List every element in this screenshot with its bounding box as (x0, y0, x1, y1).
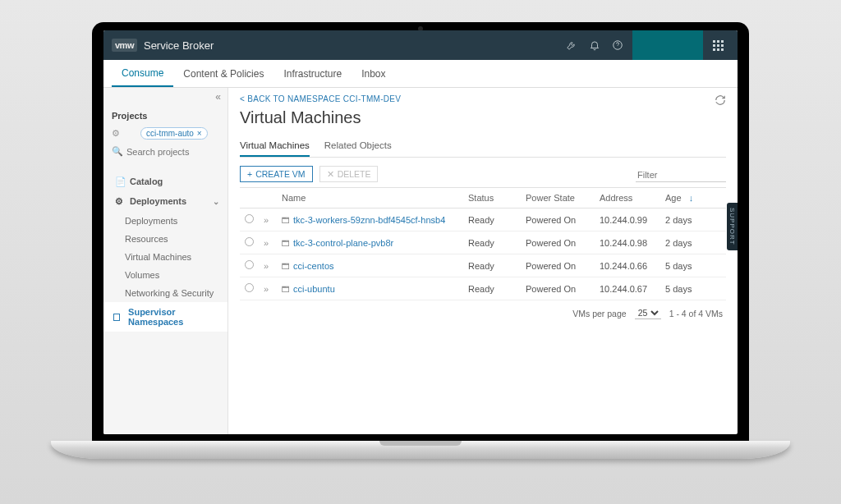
catalog-label: Catalog (130, 176, 163, 186)
cell-status: Ready (463, 208, 521, 231)
row-select-radio[interactable] (245, 237, 254, 246)
pager: VMs per page 25 1 - 4 of 4 VMs (240, 300, 726, 326)
tab-virtual-machines[interactable]: Virtual Machines (240, 135, 310, 157)
page-title: Virtual Machines (240, 108, 726, 127)
nav-consume[interactable]: Consume (112, 60, 173, 87)
brand-logo: vmw (112, 39, 137, 52)
vm-name-link[interactable]: cci-centos (293, 261, 334, 271)
sidebar-sub-volumes[interactable]: Volumes (103, 266, 227, 284)
col-power[interactable]: Power State (521, 188, 595, 208)
sidebar-item-supervisor-namespaces[interactable]: Supervisor Namespaces (103, 302, 227, 332)
cell-address: 10.244.0.99 (595, 208, 660, 231)
cell-status: Ready (463, 254, 521, 277)
deployments-label: Deployments (130, 196, 186, 206)
cell-age: 5 days (660, 277, 726, 300)
col-status[interactable]: Status (463, 188, 521, 208)
catalog-icon: 📄 (115, 176, 125, 186)
supervisor-label: Supervisor Namespaces (128, 307, 219, 327)
bell-icon[interactable] (583, 34, 606, 57)
app-header: vmw Service Broker (103, 30, 738, 60)
expand-icon[interactable]: » (264, 261, 267, 271)
table-row: »🗔cci-ubuntuReadyPowered On10.244.0.675 … (240, 277, 726, 300)
search-projects[interactable]: 🔍 (103, 144, 227, 163)
sidebar-collapse-icon[interactable]: « (103, 88, 227, 106)
chevron-down-icon: ⌄ (213, 197, 219, 206)
row-select-radio[interactable] (245, 214, 254, 223)
back-link[interactable]: < BACK TO NAMESPACE CCI-TMM-DEV (240, 94, 726, 103)
nav-infrastructure[interactable]: Infrastructure (273, 60, 352, 87)
per-page-label: VMs per page (572, 309, 626, 318)
col-age[interactable]: Age ↓ (660, 188, 726, 208)
cell-address: 10.244.0.66 (595, 254, 660, 277)
col-address[interactable]: Address (595, 188, 660, 208)
sidebar-sub-virtual-machines[interactable]: Virtual Machines (103, 248, 227, 266)
delete-button: ✕ DELETE (319, 166, 379, 182)
cell-power: Powered On (521, 254, 595, 277)
sidebar-sub-resources[interactable]: Resources (103, 230, 227, 248)
support-tab[interactable]: SUPPORT (727, 203, 738, 250)
row-select-radio[interactable] (245, 260, 254, 269)
delete-label: DELETE (338, 169, 371, 179)
main-content: < BACK TO NAMESPACE CCI-TMM-DEV Virtual … (228, 88, 738, 434)
vm-icon: 🗔 (282, 262, 290, 271)
col-age-label: Age (665, 193, 682, 203)
cell-status: Ready (463, 277, 521, 300)
col-name[interactable]: Name (277, 188, 463, 208)
top-nav: Consume Content & Policies Infrastructur… (103, 60, 738, 88)
vm-table: Name Status Power State Address Age ↓ »🗔… (240, 187, 726, 300)
vm-name-link[interactable]: tkc-3-control-plane-pvb8r (293, 238, 393, 248)
plus-icon: + (247, 169, 252, 179)
project-pill-remove-icon[interactable]: × (197, 129, 202, 138)
vm-name-link[interactable]: cci-ubuntu (293, 284, 335, 294)
table-row: »🗔cci-centosReadyPowered On10.244.0.665 … (240, 254, 726, 277)
cell-age: 5 days (660, 254, 726, 277)
table-row: »🗔tkc-3-workers-59znn-bdf4545cf-hnsb4Rea… (240, 208, 726, 231)
expand-icon[interactable]: » (264, 284, 267, 294)
projects-heading: Projects (103, 106, 227, 124)
x-icon: ✕ (327, 169, 334, 179)
content-tabs: Virtual Machines Related Objects (240, 135, 726, 158)
create-vm-label: CREATE VM (255, 169, 305, 179)
vm-icon: 🗔 (282, 216, 290, 225)
filter-input[interactable] (636, 168, 726, 182)
cell-age: 2 days (660, 231, 726, 254)
wrench-icon[interactable] (560, 34, 583, 57)
nav-inbox[interactable]: Inbox (352, 60, 395, 87)
row-select-radio[interactable] (245, 283, 254, 292)
vm-icon: 🗔 (282, 239, 290, 248)
apps-grid-icon[interactable] (706, 34, 729, 57)
cell-address: 10.244.0.98 (595, 231, 660, 254)
help-icon[interactable] (606, 34, 629, 57)
project-icon: ⚙ (112, 128, 120, 138)
project-pill-label: cci-tmm-auto (146, 129, 194, 138)
namespace-icon (113, 314, 120, 321)
sidebar-item-deployments[interactable]: ⚙ Deployments ⌄ (103, 191, 227, 211)
sidebar-sub-networking[interactable]: Networking & Security (103, 284, 227, 302)
sidebar: « Projects ⚙ cci-tmm-auto × 🔍 (103, 88, 228, 434)
tab-related-objects[interactable]: Related Objects (324, 135, 392, 157)
cell-status: Ready (463, 231, 521, 254)
user-account-area[interactable] (632, 30, 703, 60)
cell-power: Powered On (521, 277, 595, 300)
per-page-select[interactable]: 25 (635, 307, 661, 319)
brand-title: Service Broker (144, 39, 214, 52)
expand-icon[interactable]: » (264, 215, 267, 225)
create-vm-button[interactable]: + CREATE VM (240, 166, 313, 182)
cell-power: Powered On (521, 208, 595, 231)
cell-power: Powered On (521, 231, 595, 254)
search-icon: 🔍 (112, 146, 123, 157)
nav-content-policies[interactable]: Content & Policies (173, 60, 273, 87)
project-pill[interactable]: cci-tmm-auto × (140, 127, 208, 140)
vm-name-link[interactable]: tkc-3-workers-59znn-bdf4545cf-hnsb4 (293, 215, 445, 225)
deployments-icon: ⚙ (115, 196, 125, 206)
table-row: »🗔tkc-3-control-plane-pvb8rReadyPowered … (240, 231, 726, 254)
sort-down-icon: ↓ (689, 193, 694, 203)
refresh-icon[interactable] (715, 94, 726, 109)
sidebar-item-catalog[interactable]: 📄 Catalog (103, 172, 227, 191)
cell-address: 10.244.0.67 (595, 277, 660, 300)
sidebar-sub-deployments[interactable]: Deployments (103, 212, 227, 230)
expand-icon[interactable]: » (264, 238, 267, 248)
cell-age: 2 days (660, 208, 726, 231)
pager-range: 1 - 4 of 4 VMs (669, 309, 723, 318)
search-projects-input[interactable] (126, 147, 219, 157)
